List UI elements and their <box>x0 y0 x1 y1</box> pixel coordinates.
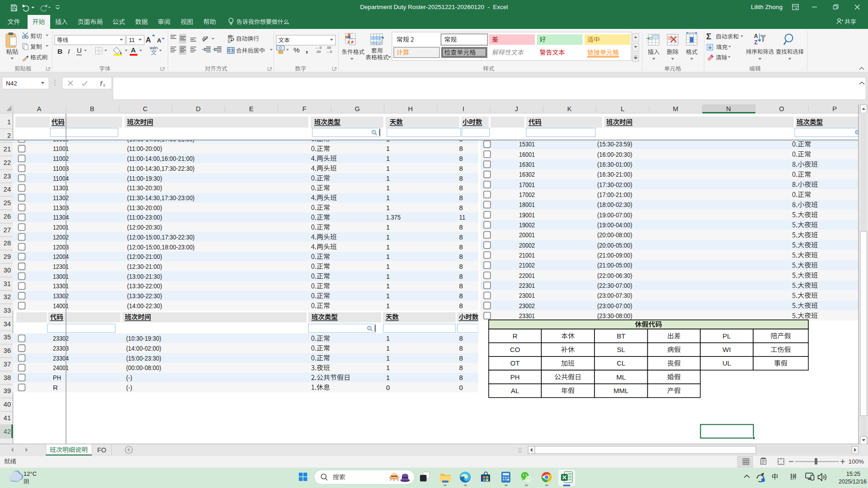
svg-text:14001: 14001 <box>53 302 69 310</box>
svg-text:(00:00-08:00): (00:00-08:00) <box>126 364 161 371</box>
svg-text:1: 1 <box>386 204 390 211</box>
svg-text:(12:00-15:00,17:30-22:30): (12:00-15:00,17:30-22:30) <box>127 233 194 241</box>
svg-text:11302: 11302 <box>53 194 69 202</box>
svg-text:28: 28 <box>4 239 11 247</box>
svg-text:1: 1 <box>7 118 11 126</box>
svg-text:1: 1 <box>386 184 390 192</box>
svg-text:O: O <box>779 105 784 113</box>
svg-text:31: 31 <box>4 280 11 287</box>
svg-text:B: B <box>57 47 62 55</box>
svg-text:34: 34 <box>4 320 11 328</box>
svg-text:ML: ML <box>616 373 626 381</box>
svg-text:8: 8 <box>459 194 463 202</box>
svg-text:(11:00-23:00): (11:00-23:00) <box>127 213 162 221</box>
svg-text:12001: 12001 <box>53 223 69 231</box>
svg-text:(12:00-20:30): (12:00-20:30) <box>127 223 162 231</box>
svg-text:23: 23 <box>4 173 11 180</box>
svg-text:15:25: 15:25 <box>846 471 860 477</box>
svg-text:Department Duty Roster-2025122: Department Duty Roster-20251221-20260120… <box>360 4 508 10</box>
svg-text:21001: 21001 <box>519 251 535 259</box>
svg-text:11004: 11004 <box>53 174 69 182</box>
svg-text:23002: 23002 <box>519 302 535 310</box>
svg-text:24: 24 <box>4 186 11 193</box>
svg-text:22: 22 <box>4 159 11 166</box>
svg-text:16301: 16301 <box>519 160 535 168</box>
svg-text:32: 32 <box>4 293 11 300</box>
svg-text:(17:00-21:00): (17:00-21:00) <box>597 191 632 198</box>
svg-text:18001: 18001 <box>519 201 535 208</box>
svg-text:J: J <box>515 105 518 113</box>
svg-text:1: 1 <box>386 233 390 241</box>
svg-text:Z: Z <box>754 39 757 46</box>
svg-text:19001: 19001 <box>519 211 535 219</box>
svg-text:8: 8 <box>459 204 463 211</box>
svg-text:1: 1 <box>386 194 390 202</box>
svg-text:I: I <box>68 47 70 55</box>
svg-text:1: 1 <box>386 282 390 290</box>
svg-text:U: U <box>77 47 82 54</box>
svg-text:13302: 13302 <box>53 292 69 300</box>
svg-text:≠: ≠ <box>351 39 354 45</box>
svg-text:12003: 12003 <box>53 243 69 251</box>
svg-text:11: 11 <box>459 213 466 221</box>
svg-text:A: A <box>157 37 161 44</box>
svg-text:19002: 19002 <box>519 221 535 229</box>
svg-text:38: 38 <box>4 374 11 381</box>
svg-text:C: C <box>143 105 147 113</box>
svg-text:1: 1 <box>386 334 390 342</box>
svg-text:(-): (-) <box>126 374 132 381</box>
svg-text:PH: PH <box>53 374 61 381</box>
svg-text:→.0: →.0 <box>326 50 332 54</box>
svg-text:R: R <box>513 332 518 340</box>
svg-text:2: 2 <box>7 132 11 139</box>
svg-text:8: 8 <box>459 272 463 280</box>
svg-text:20001: 20001 <box>519 231 535 239</box>
svg-text:42: 42 <box>4 428 11 435</box>
svg-text:1: 1 <box>386 145 390 152</box>
svg-text:(15:30-23:59): (15:30-23:59) <box>597 140 632 148</box>
svg-text:1.375: 1.375 <box>386 213 401 221</box>
svg-text:1: 1 <box>386 302 390 310</box>
svg-text:R: R <box>53 384 58 391</box>
svg-text:26: 26 <box>4 213 11 220</box>
svg-text:23303: 23303 <box>53 344 69 352</box>
svg-text:(11:00-14:00,16:00-21:00): (11:00-14:00,16:00-21:00) <box>127 155 194 162</box>
svg-text:←.0: ←.0 <box>315 46 322 50</box>
svg-text:H: H <box>408 105 413 113</box>
svg-text:WI: WI <box>722 346 731 353</box>
svg-text:17001: 17001 <box>519 181 535 188</box>
svg-text:1: 1 <box>386 174 390 182</box>
svg-text:M: M <box>673 105 678 113</box>
svg-text:8: 8 <box>459 253 463 260</box>
svg-text:(11:30-20:00): (11:30-20:00) <box>127 204 162 211</box>
svg-text:(11:30-14:30,17:30-23:00): (11:30-14:30,17:30-23:00) <box>127 194 194 202</box>
svg-text:8: 8 <box>459 344 463 352</box>
svg-text:8: 8 <box>459 243 463 251</box>
svg-text:(16:30-21:00): (16:30-21:00) <box>597 170 632 178</box>
svg-text:12301: 12301 <box>53 263 69 270</box>
svg-text:.00: .00 <box>316 50 321 54</box>
svg-text:16001: 16001 <box>519 150 535 158</box>
svg-text:20002: 20002 <box>519 241 535 249</box>
svg-text:(12:00-21:00): (12:00-21:00) <box>127 253 162 260</box>
svg-text:11001: 11001 <box>53 145 69 152</box>
svg-text:D: D <box>196 105 200 113</box>
svg-text:(13:00-21:30): (13:00-21:30) <box>127 272 162 280</box>
svg-text:8: 8 <box>459 282 463 290</box>
svg-text:F: F <box>302 105 307 113</box>
svg-text:8: 8 <box>459 354 463 362</box>
svg-text:12°C: 12°C <box>24 470 37 477</box>
svg-text:(11:30-20:30): (11:30-20:30) <box>127 184 162 192</box>
svg-text:21002: 21002 <box>519 261 535 269</box>
svg-text:(11:00-14:30,17:30-22:30): (11:00-14:30,17:30-22:30) <box>127 164 194 172</box>
svg-text:PH: PH <box>510 373 520 381</box>
svg-text:11303: 11303 <box>53 204 69 211</box>
svg-text:8: 8 <box>459 302 463 310</box>
svg-text:13001: 13001 <box>53 272 69 280</box>
svg-text:,: , <box>306 45 308 54</box>
svg-text:1: 1 <box>386 253 390 260</box>
svg-text:8: 8 <box>459 174 463 182</box>
svg-text:L: L <box>621 105 624 113</box>
svg-text:23302: 23302 <box>53 334 69 342</box>
svg-text:A: A <box>131 46 136 54</box>
